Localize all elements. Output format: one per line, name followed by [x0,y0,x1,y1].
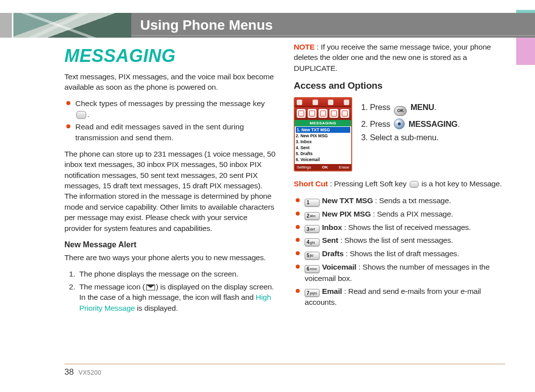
nav-key-icon [394,118,405,129]
submenu-name: New TXT MSG [322,196,373,205]
shortcut-text: : Pressing Left Soft key [328,179,409,188]
list-text: Read and edit messages saved in the sent… [75,122,244,141]
phone-menu-item: 5. Drafts [296,151,350,157]
alert-list: The phone displays the message on the sc… [77,269,276,313]
keypad-7-icon: 7pqrs [305,289,320,297]
list-item: Check types of messages by pressing the … [64,98,276,119]
keypad-4-icon: 4ghi [305,238,320,246]
list-text: The message icon ( [79,282,145,291]
phone-menu-item: 6. Voicemail [296,157,350,163]
keypad-6-icon: 6mno [305,265,320,273]
softkey-icon [410,181,419,188]
keypad-2-icon: 2abc [305,212,320,220]
page-number: 38 [64,367,74,377]
submenu-list: 1New TXT MSG : Sends a txt message. 2abc… [294,195,505,308]
phone-menu-item: 3. Inbox [296,139,350,145]
submenu-desc: : Shows the list of draft messages. [344,249,459,258]
shortcut-label: Short Cut [294,179,328,188]
submenu-name: Email [322,287,342,295]
step-text: . [458,119,460,128]
submenu-desc: : Shows the list of sent messages. [338,236,453,244]
step-text: 1. Press [361,103,392,112]
submenu-name: Voicemail [322,263,356,271]
list-text: is displayed. [135,304,178,312]
list-item: The phone displays the message on the sc… [77,269,276,279]
step-key: MENU [411,103,434,112]
envelope-icon [146,284,155,290]
note-text: : If you receive the same message twice,… [294,43,491,72]
note-para: NOTE : If you receive the same message t… [294,42,505,73]
phone-title: MESSAGING [295,120,351,126]
phone-menu-item: 1. New TXT MSG [296,127,350,133]
step-text: . [434,103,436,112]
access-steps: 1. Press OK MENU. 2. Press MESSAGING. 3.… [361,97,460,146]
keypad-3-icon: 3def [305,225,320,233]
phone-menu-item: 2. New PIX MSG [296,133,350,139]
submenu-name: New PIX MSG [322,210,371,218]
shortcut-text: is a hot key to Message. [420,179,502,188]
page-footer: 38 VX5200 [64,367,102,377]
list-item: 3defInbox : Shows the list of received m… [294,222,505,233]
step: 2. Press MESSAGING. [361,118,460,130]
submenu-name: Inbox [322,223,342,231]
page-header: Using Phone Menus [0,13,535,38]
ok-key-icon: OK [394,106,407,116]
list-item: 6mnoVoicemail : Shows the number of mess… [294,262,505,283]
softkey-right: Erase [339,165,349,170]
submenu-name: Drafts [322,249,344,258]
access-heading: Access and Options [294,79,505,92]
step: 3. Select a sub-menu. [361,132,460,143]
keypad-1-icon: 1 [305,199,320,207]
submenu-desc: : Shows the list of received messages. [342,223,471,231]
section-title: MESSAGING [64,44,276,68]
storage-para: The phone can store up to 231 messages (… [64,149,276,233]
list-item: 4ghiSent : Shows the list of sent messag… [294,235,505,246]
list-item: 7pqrsEmail : Read and send e-mails from … [294,286,505,308]
step-key: MESSAGING [409,119,458,128]
list-item: The message icon () is displayed on the … [77,281,276,313]
header-title-bar: Using Phone Menus [131,13,535,38]
accent-pink [516,38,535,65]
phone-status-bar [295,98,351,107]
header-photo [0,13,131,38]
message-key-icon [76,111,86,119]
shortcut-para: Short Cut : Pressing Left Soft key is a … [294,178,505,189]
list-text: Check types of messages by pressing the … [75,99,265,108]
access-block: MESSAGING 1. New TXT MSG 2. New PIX MSG … [294,97,505,171]
phone-menu-list: 1. New TXT MSG 2. New PIX MSG 3. Inbox 4… [295,126,351,163]
step-text: 3. Select a sub-menu. [361,133,438,142]
phone-softkeys: Settings OK Erase [295,164,351,170]
phone-icon-row [295,107,351,120]
footer-rule [64,364,505,364]
list-item: Read and edit messages saved in the sent… [64,121,276,143]
submenu-desc: : Sends a PIX message. [371,210,453,218]
note-label: NOTE [294,43,315,51]
step: 1. Press OK MENU. [361,102,460,115]
check-list: Check types of messages by pressing the … [64,98,276,143]
softkey-left: Settings [297,165,311,170]
submenu-name: Sent [322,236,338,244]
softkey-center: OK [322,165,328,170]
list-item: 1New TXT MSG : Sends a txt message. [294,195,505,207]
list-item: 5jklDrafts : Shows the list of draft mes… [294,248,505,260]
alert-intro: There are two ways your phone alerts you… [64,252,276,263]
list-text: The phone displays the message on the sc… [79,270,238,278]
list-item: 2abcNew PIX MSG : Sends a PIX message. [294,209,505,220]
phone-screenshot: MESSAGING 1. New TXT MSG 2. New PIX MSG … [294,97,352,171]
keypad-5-icon: 5jkl [305,252,320,260]
submenu-desc: : Sends a txt message. [373,196,451,205]
phone-menu-item: 4. Sent [296,145,350,151]
intro-para: Text messages, PIX messages, and the voi… [64,71,276,93]
step-text: 2. Press [361,119,392,128]
model-number: VX5200 [79,369,102,376]
header-title: Using Phone Menus [140,17,273,33]
alert-heading: New Message Alert [64,239,276,250]
